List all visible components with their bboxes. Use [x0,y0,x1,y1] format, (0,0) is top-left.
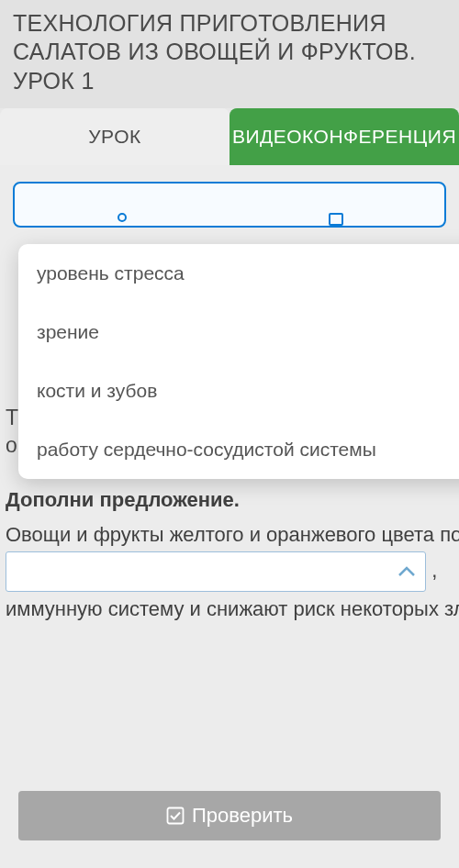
document-icon [329,213,345,226]
tab-video[interactable]: ВИДЕОКОНФЕРЕНЦИЯ [230,108,459,165]
obscured-text-top: Т [6,406,18,430]
task-text: Овощи и фрукты желтого и оранжевого цвет… [6,521,459,623]
tab-bar: УРОК ВИДЕОКОНФЕРЕНЦИЯ [0,108,459,165]
tab-lesson[interactable]: УРОК [0,108,230,165]
dropdown-item-2[interactable]: зрение [18,303,459,362]
title-line-1: ТЕХНОЛОГИЯ ПРИГОТОВЛЕНИЯ [13,10,386,36]
answer-select[interactable] [6,551,426,592]
tab-video-label: ВИДЕОКОНФЕРЕНЦИЯ [232,126,456,148]
page-title: ТЕХНОЛОГИЯ ПРИГОТОВЛЕНИЯ САЛАТОВ ИЗ ОВОЩ… [13,9,446,95]
dropdown-item-4[interactable]: работу сердечно-сосудистой системы [18,420,459,479]
tab-lesson-label: УРОК [88,126,140,148]
check-icon [166,807,185,825]
svg-rect-0 [167,808,183,824]
obscured-text-bottom: о [6,433,17,458]
check-button[interactable]: Проверить [18,791,441,840]
task-comma: , [431,559,437,582]
page-header: ТЕХНОЛОГИЯ ПРИГОТОВЛЕНИЯ САЛАТОВ ИЗ ОВОЩ… [0,0,459,108]
check-button-label: Проверить [192,804,293,828]
dropdown-item-1[interactable]: уровень стресса [18,244,459,303]
chevron-up-icon [397,565,416,578]
person-icon [114,213,130,226]
task-after: иммунную систему и снижают риск некоторы… [6,597,459,620]
mode-selector[interactable] [13,182,446,228]
dropdown-menu: уровень стресса зрение кости и зубов раб… [18,244,459,479]
task-title: Дополни предложение. [6,486,459,514]
dropdown-item-3[interactable]: кости и зубов [18,362,459,420]
title-line-2: САЛАТОВ ИЗ ОВОЩЕЙ И ФРУКТОВ. [13,39,416,64]
task-block: Дополни предложение. Овощи и фрукты желт… [6,486,459,623]
task-before: Овощи и фрукты желтого и оранжевого цвет… [6,523,459,546]
title-line-3: УРОК 1 [13,68,95,94]
